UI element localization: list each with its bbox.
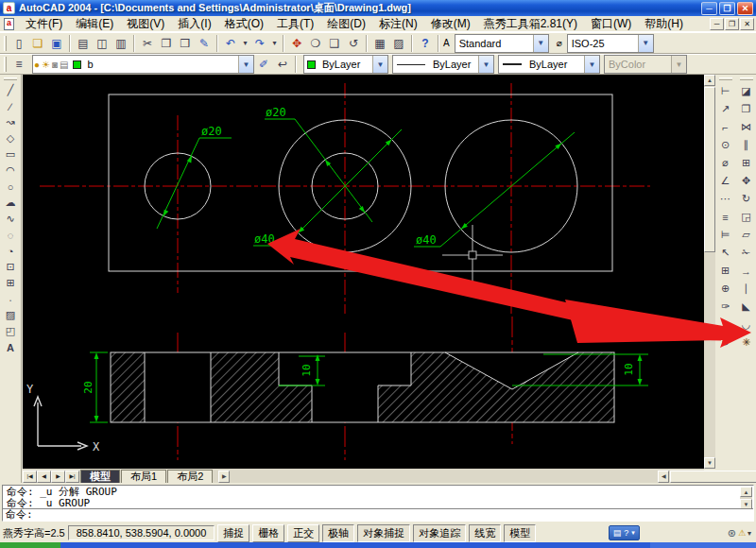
toggle-otrack[interactable]: 对象追踪 <box>413 524 466 542</box>
rotate-button[interactable]: ↻ <box>737 190 755 208</box>
layer-on-icon[interactable]: ● <box>34 60 40 70</box>
vertical-scrollbar[interactable]: ▲ ▼ <box>704 75 715 469</box>
open-button[interactable]: ❏ <box>28 35 47 52</box>
toolbar-grip[interactable] <box>4 77 17 80</box>
menu-window[interactable]: 窗口(W) <box>584 15 638 33</box>
layer-combo[interactable]: ● ☀ ◙ ▤ b ▼ <box>32 55 254 74</box>
coordinates-readout[interactable]: 858.8410, 538.5904, 0.0000 <box>68 525 215 540</box>
horizontal-scrollbar[interactable]: ◀ ▶ <box>218 471 704 483</box>
match-properties-button[interactable]: ✎ <box>195 35 214 52</box>
scrollbar-thumb[interactable] <box>670 471 756 483</box>
menu-yanxiu-toolbox[interactable]: 燕秀工具箱2.81(Y) <box>477 15 584 33</box>
copy-button[interactable]: ❐ <box>157 35 176 52</box>
center-mark-button[interactable]: ⊕ <box>716 280 734 298</box>
command-prompt-input[interactable]: 命令: <box>3 508 753 521</box>
toggle-osnap[interactable]: 对象捕捉 <box>357 524 410 542</box>
circle-button[interactable]: ○ <box>2 179 20 195</box>
tab-model[interactable]: 模型 <box>80 470 120 483</box>
continue-dimension-button[interactable]: ⊨ <box>716 226 734 244</box>
multiline-text-button[interactable]: A <box>2 339 20 355</box>
toggle-snap[interactable]: 捕捉 <box>217 524 249 542</box>
linear-dimension-button[interactable]: ⊢ <box>716 82 734 100</box>
zoom-realtime-button[interactable]: ❍ <box>306 35 325 52</box>
angular-dimension-button[interactable]: ∠ <box>716 172 734 190</box>
chevron-down-icon[interactable]: ▼ <box>533 35 548 52</box>
save-button[interactable]: ▣ <box>47 35 66 52</box>
restore-button[interactable]: ❐ <box>719 2 735 15</box>
scrollbar-thumb[interactable] <box>704 87 715 252</box>
dimension-edit-button[interactable]: ✑ <box>716 298 734 316</box>
doc-close-button[interactable]: ✕ <box>740 18 754 30</box>
prev-tab-button[interactable]: ◀ <box>37 471 51 483</box>
extend-button[interactable]: → <box>737 262 755 280</box>
command-scrollbar[interactable]: ▲ ▼ <box>740 487 752 510</box>
construction-line-button[interactable]: ∕ <box>2 98 20 114</box>
toggle-polar[interactable]: 极轴 <box>322 524 354 542</box>
menu-file[interactable]: 文件(F) <box>19 15 69 33</box>
line-button[interactable]: ╱ <box>2 82 20 98</box>
hatch-button[interactable]: ▨ <box>2 307 20 323</box>
toggle-lineweight[interactable]: 线宽 <box>469 524 501 542</box>
chevron-down-icon[interactable]: ▼ <box>478 56 493 73</box>
polyline-button[interactable]: ↝ <box>2 114 20 130</box>
cut-button[interactable]: ✂ <box>138 35 157 52</box>
doc-minimize-button[interactable]: ─ <box>710 18 724 30</box>
zoom-previous-button[interactable]: ↺ <box>344 35 363 52</box>
diameter-dimension-button[interactable]: ⌀ <box>716 154 734 172</box>
scroll-right-button[interactable]: ▶ <box>218 471 230 483</box>
designcenter-button[interactable]: ▨ <box>389 35 408 52</box>
region-button[interactable]: ◰ <box>2 323 20 339</box>
chamfer-button[interactable]: ◣ <box>737 298 755 316</box>
dimension-update-button[interactable]: ↻ <box>716 334 734 351</box>
dimension-text-edit-button[interactable]: A <box>716 316 734 334</box>
ellipse-arc-button[interactable]: ◔ <box>2 243 20 259</box>
start-button-edge[interactable] <box>0 542 60 548</box>
menu-edit[interactable]: 编辑(E) <box>69 15 120 33</box>
stretch-button[interactable]: ▱ <box>737 226 755 244</box>
scale-button[interactable]: ◲ <box>737 208 755 226</box>
help-button[interactable]: ? <box>416 35 435 52</box>
drawing-canvas[interactable]: ø20 ø20 ø40 ø40 <box>23 75 704 469</box>
fillet-button[interactable]: ◡ <box>737 316 755 334</box>
menu-insert[interactable]: 插入(I) <box>171 15 217 33</box>
copy-object-button[interactable]: ❐ <box>737 100 755 118</box>
arc-button[interactable]: ◠ <box>2 163 20 179</box>
chevron-down-icon[interactable]: ▼ <box>238 56 253 73</box>
point-button[interactable]: ∙ <box>2 291 20 307</box>
baseline-dimension-button[interactable]: ≡ <box>716 208 734 226</box>
chevron-down-icon[interactable]: ▼ <box>372 56 387 73</box>
make-object-layer-current-button[interactable]: ✐ <box>254 56 273 73</box>
menu-format[interactable]: 格式(O) <box>218 15 270 33</box>
chevron-down-icon[interactable]: ▼ <box>584 56 599 73</box>
tray-notification-badge[interactable]: ▤ ? ▾ <box>609 525 640 540</box>
ordinate-dimension-button[interactable]: ⌐ <box>716 118 734 136</box>
move-button[interactable]: ✥ <box>737 172 755 190</box>
layer-freeze-icon[interactable]: ☀ <box>42 60 50 70</box>
menu-tools[interactable]: 工具(T) <box>270 15 320 33</box>
chevron-down-icon[interactable]: ▼ <box>638 35 653 52</box>
toggle-grid[interactable]: 栅格 <box>252 524 284 542</box>
linetype-combo[interactable]: ByLayer ▼ <box>392 55 494 74</box>
tab-layout1[interactable]: 布局1 <box>121 470 166 483</box>
scroll-down-button[interactable]: ▼ <box>704 457 715 469</box>
menu-help[interactable]: 帮助(H) <box>638 15 690 33</box>
quick-leader-button[interactable]: ↖ <box>716 244 734 262</box>
toolbar-grip[interactable] <box>719 77 732 80</box>
pan-button[interactable]: ✥ <box>287 35 306 52</box>
offset-button[interactable]: ∥ <box>737 136 755 154</box>
break-button[interactable]: ∣ <box>737 280 755 298</box>
redo-button[interactable]: ↷ <box>250 35 269 52</box>
doc-restore-button[interactable]: ❐ <box>725 18 739 30</box>
plot-button[interactable]: ▤ <box>74 35 93 52</box>
properties-button[interactable]: ▦ <box>370 35 389 52</box>
toolbar-grip[interactable] <box>4 57 7 72</box>
scroll-up-button[interactable]: ▲ <box>704 75 715 86</box>
explode-button[interactable]: ✳ <box>737 334 755 351</box>
menu-view[interactable]: 视图(V) <box>120 15 171 33</box>
ellipse-button[interactable]: ◌ <box>2 227 20 243</box>
layer-manager-button[interactable]: ≡ <box>9 56 28 73</box>
last-tab-button[interactable]: ▶| <box>65 471 79 483</box>
new-button[interactable]: ▯ <box>9 35 28 52</box>
next-tab-button[interactable]: ▶ <box>51 471 65 483</box>
layer-previous-button[interactable]: ↩ <box>273 56 292 73</box>
